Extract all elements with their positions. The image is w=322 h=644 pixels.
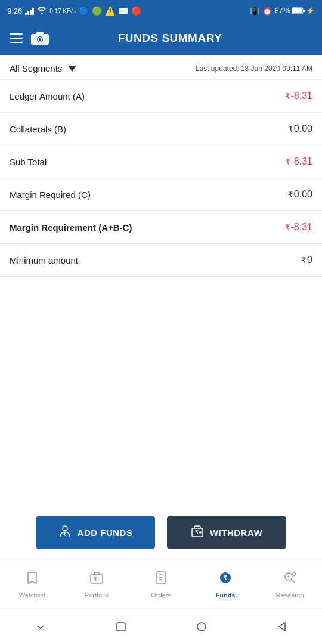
fund-items-list: Ledger Amount (A)₹-8.31Collaterals (B)₹0… [0, 80, 322, 277]
add-funds-label: ADD FUNDS [78, 528, 133, 538]
withdraw-button[interactable]: ₹ WITHDRAW [167, 516, 286, 549]
withdraw-icon: ₹ [191, 525, 204, 540]
system-back-button[interactable] [264, 615, 300, 639]
segments-label: All Segments [10, 63, 62, 73]
rupee-symbol-3: ₹ [288, 190, 293, 199]
svg-text:₹: ₹ [223, 574, 227, 581]
fund-item-4: Margin Requirement (A+B-C)₹-8.31 [0, 211, 322, 244]
fund-label-3: Margin Required (C) [10, 190, 91, 200]
watchlist-label: Watchlist [19, 592, 45, 599]
notif-icon-1: 🔵 [79, 6, 89, 16]
notif-icon-4: ✉️ [118, 6, 128, 16]
home-nav-button[interactable] [103, 615, 139, 639]
nav-item-orders[interactable]: Orders [129, 566, 193, 603]
research-icon [283, 571, 297, 589]
orders-label: Orders [151, 592, 171, 599]
last-updated-area: Last updated: 18 Jun 2020 09:11 AM [196, 64, 312, 73]
rupee-symbol-2: ₹ [285, 157, 290, 166]
fund-item-2: Sub Total₹-8.31 [0, 145, 322, 178]
vibrate-icon: 📳 [250, 7, 259, 16]
chevron-down-icon [35, 621, 47, 633]
fund-value-5: ₹0 [301, 255, 312, 265]
fund-value-3: ₹0.00 [288, 189, 312, 200]
rupee-symbol-1: ₹ [288, 125, 293, 134]
svg-rect-25 [117, 623, 125, 631]
notif-icon-3: ⚠️ [105, 6, 115, 16]
page-title: FUNDS SUMMARY [57, 32, 312, 45]
fund-item-1: Collaterals (B)₹0.00 [0, 113, 322, 145]
svg-point-26 [197, 623, 206, 631]
signal-bars [25, 7, 34, 15]
svg-rect-2 [303, 10, 305, 12]
rupee-symbol-5: ₹ [301, 256, 306, 265]
charging-icon: ⚡ [306, 7, 315, 15]
add-funds-icon: ₹ [58, 525, 72, 540]
camera-button[interactable] [31, 32, 49, 45]
alarm-icon: ⏰ [262, 7, 272, 16]
portfolio-label: Portfolio [85, 592, 109, 599]
fund-value-1: ₹0.00 [288, 123, 312, 134]
last-updated-text: Last updated: 18 Jun 2020 09:11 AM [196, 64, 312, 73]
fund-label-5: Minimum amount [10, 255, 78, 265]
svg-marker-27 [279, 623, 285, 631]
fund-amount-4: -8.31 [291, 222, 312, 233]
nav-item-portfolio[interactable]: ₹ Portfolio [64, 566, 129, 603]
fund-value-4: ₹-8.31 [285, 222, 312, 233]
svg-point-10 [199, 531, 202, 534]
status-bar: 9:26 0.17 KB/s 🔵 🟢 ⚠️ ✉️ 🔴 📳 ⏰ 87% ⚡ [0, 0, 322, 21]
fund-item-5: Minimum amount₹0 [0, 244, 322, 277]
recents-nav-button[interactable] [184, 615, 219, 639]
fund-label-1: Collaterals (B) [10, 124, 66, 134]
nav-item-watchlist[interactable]: Watchlist [0, 566, 64, 603]
orders-icon [154, 571, 168, 589]
camera-icon [31, 32, 49, 45]
app-header: FUNDS SUMMARY [0, 21, 322, 55]
notif-icon-5: 🔴 [131, 6, 141, 16]
funds-label: Funds [216, 592, 236, 599]
status-right: 📳 ⏰ 87% ⚡ [250, 7, 315, 16]
svg-line-21 [292, 580, 295, 583]
notif-icon-2: 🟢 [92, 6, 102, 16]
watchlist-icon [25, 571, 39, 589]
svg-point-7 [63, 526, 67, 531]
rupee-symbol-4: ₹ [285, 223, 290, 232]
portfolio-icon: ₹ [89, 571, 104, 589]
system-nav [0, 608, 322, 644]
network-speed: 0.17 KB/s [49, 8, 75, 14]
svg-point-6 [38, 38, 42, 41]
svg-point-24 [292, 572, 296, 576]
dropdown-arrow-icon [68, 66, 76, 72]
triangle-back-icon [276, 621, 288, 633]
nav-item-funds[interactable]: ₹ Funds [193, 566, 258, 603]
svg-rect-5 [36, 32, 44, 35]
back-nav-button[interactable] [23, 615, 58, 639]
fund-amount-1: 0.00 [294, 123, 312, 134]
bottom-nav: Watchlist ₹ Portfolio Orders [0, 561, 322, 608]
battery-icon [292, 7, 305, 14]
segments-row: All Segments Last updated: 18 Jun 2020 0… [0, 55, 322, 80]
rupee-symbol-0: ₹ [285, 92, 290, 101]
segments-selector[interactable]: All Segments [10, 63, 76, 73]
funds-icon: ₹ [218, 571, 233, 589]
svg-rect-1 [292, 8, 302, 13]
circle-icon [196, 621, 208, 633]
svg-text:₹: ₹ [94, 577, 97, 583]
fund-amount-2: -8.31 [291, 156, 312, 167]
add-funds-button[interactable]: ₹ ADD FUNDS [36, 516, 155, 549]
fund-amount-3: 0.00 [294, 189, 312, 200]
status-left: 9:26 0.17 KB/s 🔵 🟢 ⚠️ ✉️ 🔴 [7, 6, 141, 16]
action-buttons-area: ₹ ADD FUNDS ₹ WITHDRAW [0, 516, 322, 549]
battery-display: 87% ⚡ [275, 7, 315, 15]
fund-item-0: Ledger Amount (A)₹-8.31 [0, 80, 322, 113]
fund-amount-0: -8.31 [291, 91, 312, 101]
research-label: Research [275, 592, 304, 599]
hamburger-menu[interactable] [10, 33, 23, 43]
fund-value-2: ₹-8.31 [285, 156, 312, 167]
time-display: 9:26 [7, 7, 22, 16]
fund-item-3: Margin Required (C)₹0.00 [0, 178, 322, 211]
fund-amount-5: 0 [307, 255, 312, 265]
wifi-icon [37, 7, 47, 16]
fund-value-0: ₹-8.31 [285, 91, 312, 101]
svg-text:₹: ₹ [63, 531, 67, 537]
nav-item-research[interactable]: Research [258, 566, 322, 603]
